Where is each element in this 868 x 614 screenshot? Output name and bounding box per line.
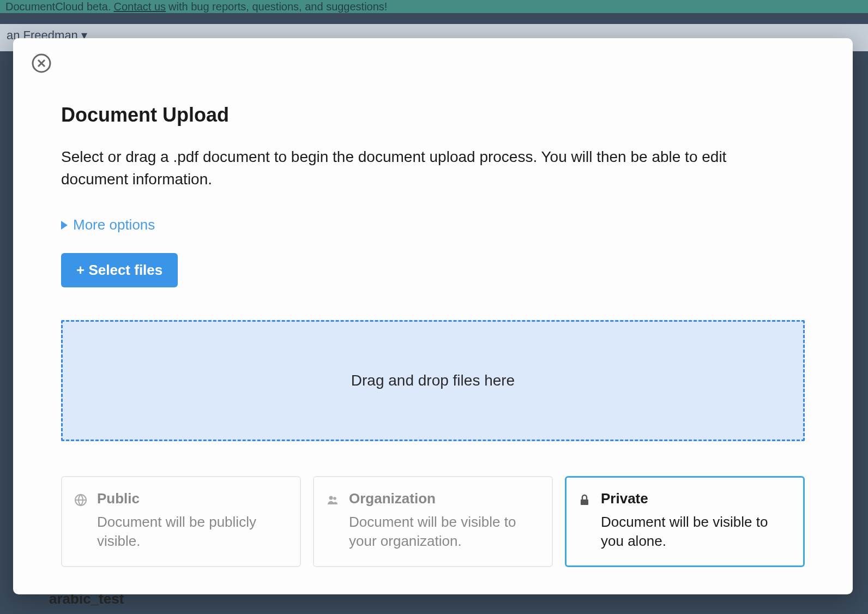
modal-content: Document Upload Select or drag a .pdf do… (13, 38, 853, 589)
svg-rect-7 (581, 499, 588, 505)
close-icon (32, 53, 51, 73)
lock-icon (577, 492, 592, 508)
modal-description: Select or drag a .pdf document to begin … (61, 146, 792, 190)
visibility-title: Private (601, 490, 793, 507)
visibility-content: Private Document will be visible to you … (601, 490, 793, 551)
banner-text-suffix: with bug reports, questions, and suggest… (168, 1, 387, 13)
visibility-option-public[interactable]: Public Document will be publicly visible… (61, 476, 301, 567)
visibility-option-organization[interactable]: Organization Document will be visible to… (313, 476, 553, 567)
svg-point-6 (333, 497, 336, 500)
more-options-toggle[interactable]: More options (61, 216, 155, 233)
more-options-label: More options (73, 216, 155, 233)
visibility-option-private[interactable]: Private Document will be visible to you … (565, 476, 805, 567)
file-dropzone[interactable]: Drag and drop files here (61, 320, 805, 441)
select-files-button[interactable]: + Select files (61, 253, 178, 287)
visibility-content: Public Document will be publicly visible… (97, 490, 289, 551)
contact-us-link[interactable]: Contact us (113, 1, 166, 13)
visibility-content: Organization Document will be visible to… (349, 490, 541, 551)
svg-point-5 (329, 496, 333, 500)
modal-title: Document Upload (61, 104, 805, 127)
close-button[interactable] (28, 50, 55, 76)
visibility-description: Document will be publicly visible. (97, 513, 289, 551)
visibility-description: Document will be visible to your organiz… (349, 513, 541, 551)
dropzone-label: Drag and drop files here (351, 372, 515, 389)
visibility-title: Public (97, 490, 289, 507)
globe-icon (73, 492, 88, 508)
chevron-right-icon (61, 221, 68, 230)
beta-banner: DocumentCloud beta. Contact us with bug … (0, 0, 868, 13)
users-icon (325, 492, 340, 508)
visibility-options: Public Document will be publicly visible… (61, 476, 805, 567)
upload-modal: Document Upload Select or drag a .pdf do… (13, 38, 853, 594)
banner-text-prefix: DocumentCloud beta. (5, 1, 111, 13)
visibility-title: Organization (349, 490, 541, 507)
visibility-description: Document will be visible to you alone. (601, 513, 793, 551)
